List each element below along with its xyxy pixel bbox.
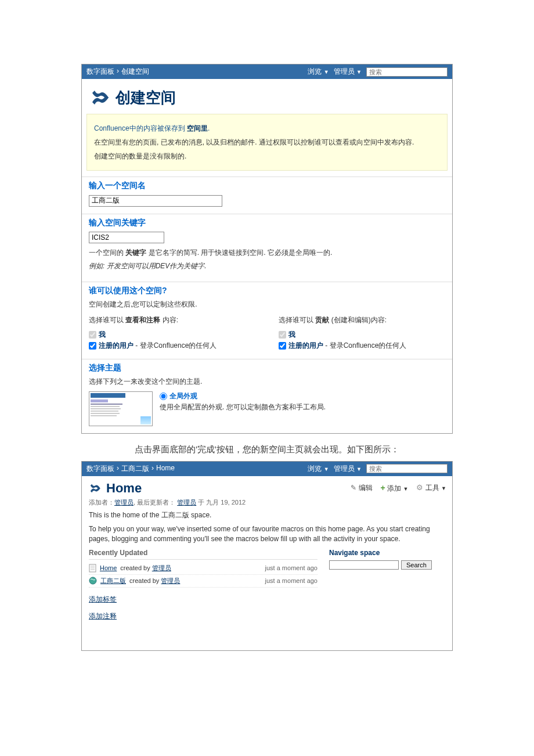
space-icon	[89, 577, 97, 585]
navbar-2: 数字面板 › 工商二版 › Home 浏览 ▼ 管理员 ▼	[82, 462, 452, 476]
chevron-down-icon: ▼	[324, 69, 329, 75]
recent-user-link[interactable]: 管理员	[152, 564, 171, 571]
confluence-logo-icon	[88, 481, 102, 495]
pencil-icon: ✎	[351, 484, 356, 492]
navbar: 数字面板 › 创建空间 浏览 ▼ 管理员 ▼	[82, 64, 452, 79]
page-icon	[89, 564, 96, 573]
crumb-home[interactable]: Home	[156, 464, 175, 474]
macro-help: To help you on your way, we've inserted …	[82, 522, 452, 546]
permissions-section: 谁可以使用这个空间? 空间创建之后,您可以定制这些权限. 选择谁可以 查看和注释…	[82, 282, 452, 359]
theme-global-radio[interactable]	[160, 393, 167, 400]
browse-menu[interactable]: 浏览 ▼	[308, 67, 329, 77]
space-name-input[interactable]	[89, 195, 222, 207]
chevron-down-icon: ▼	[403, 486, 408, 492]
chevron-down-icon: ▼	[356, 466, 362, 472]
page-title: 创建空间	[116, 88, 176, 108]
search-input[interactable]	[366, 464, 448, 473]
edit-button[interactable]: ✎ 编辑	[351, 483, 372, 493]
breadcrumb: 数字面板 › 创建空间	[86, 67, 149, 77]
chevron-down-icon: ▼	[324, 466, 329, 472]
confluence-logo-icon	[88, 86, 111, 109]
intro-box: Confluence中的内容被保存到 空间里. 在空间里有您的页面, 已发布的消…	[86, 114, 448, 171]
view-permissions-col: 选择谁可以 查看和注释 内容: 我 注册的用户 - 登录Confluence的任…	[89, 315, 255, 352]
gear-icon: ⚙	[416, 483, 423, 492]
recently-updated: Recently Updated Home created by 管理员 jus…	[89, 549, 317, 588]
meta-line: 添加者：管理员, 最后更新者： 管理员 于 九月 19, 2012	[82, 497, 452, 508]
crumb-space[interactable]: 工商二版	[121, 464, 149, 474]
space-name-heading: 输入一个空间名	[89, 181, 445, 191]
recent-link[interactable]: Home	[100, 564, 117, 571]
crumb-dashboard[interactable]: 数字面板	[86, 67, 114, 77]
admin-menu[interactable]: 管理员 ▼	[334, 67, 362, 77]
contribute-permissions-col: 选择谁可以 贡献 (创建和编辑)内容: 我 注册的用户 - 登录Confluen…	[279, 315, 445, 352]
contrib-me-checkbox	[279, 331, 286, 339]
space-search-button[interactable]: Search	[401, 560, 432, 570]
crumb-create-space[interactable]: 创建空间	[121, 67, 149, 77]
chevron-down-icon: ▼	[356, 69, 362, 75]
page-header: 创建空间	[82, 79, 452, 111]
tools-menu[interactable]: ⚙ 工具 ▼	[416, 483, 446, 493]
create-space-screenshot: 数字面板 › 创建空间 浏览 ▼ 管理员 ▼ 创建空间 Confluence中的…	[81, 64, 453, 434]
mid-caption: 点击界面底部的'完成'按钮，您的新空间主页就会出现。如下图所示：	[0, 438, 534, 461]
contrib-registered-checkbox[interactable]	[279, 342, 286, 350]
crumb-sep: ›	[117, 67, 119, 77]
search-input[interactable]	[366, 67, 448, 77]
recent-item: 工商二版 created by 管理员 just a moment ago	[89, 575, 317, 588]
home-screenshot: 数字面板 › 工商二版 › Home 浏览 ▼ 管理员 ▼ Home ✎ 编辑 …	[81, 461, 453, 651]
key-hint: 例如: 开发空间可以用DEV作为关键字.	[89, 261, 445, 271]
permissions-heading: 谁可以使用这个空间?	[89, 286, 445, 296]
page-title: Home	[106, 481, 142, 496]
chevron-down-icon: ▼	[441, 485, 446, 491]
breadcrumb-2: 数字面板 › 工商二版 › Home	[86, 464, 175, 474]
admin-menu[interactable]: 管理员 ▼	[334, 464, 362, 474]
space-search-input[interactable]	[329, 560, 399, 570]
editor-link[interactable]: 管理员	[177, 499, 196, 506]
space-key-input[interactable]	[89, 232, 164, 243]
view-me-checkbox	[89, 331, 96, 339]
view-registered-checkbox[interactable]	[89, 342, 96, 350]
recent-item: Home created by 管理员 just a moment ago	[89, 562, 317, 575]
theme-heading: 选择主题	[89, 363, 445, 373]
recent-user-link[interactable]: 管理员	[161, 577, 180, 584]
add-label-link[interactable]: 添加标签	[89, 595, 445, 604]
recent-link[interactable]: 工商二版	[100, 577, 126, 585]
author-link[interactable]: 管理员	[114, 499, 134, 506]
theme-thumbnail	[89, 391, 153, 426]
svg-point-4	[89, 577, 96, 584]
space-key-section: 输入空间关键字 一个空间的 关键字 是它名字的简写. 用于快速链接到空间. 它必…	[82, 214, 452, 282]
navigate-space: Navigate space Search	[329, 549, 445, 588]
space-intro: This is the home of the 工商二版 space.	[82, 508, 452, 523]
browse-menu[interactable]: 浏览 ▼	[308, 464, 329, 474]
theme-section: 选择主题 选择下列之一来改变这个空间的主题. 全局外观 使用全局配置的外观. 您…	[82, 359, 452, 433]
add-menu[interactable]: + 添加 ▼	[381, 483, 409, 494]
add-comment-link[interactable]: 添加注释	[89, 611, 445, 621]
space-key-heading: 输入空间关键字	[89, 218, 445, 228]
space-name-section: 输入一个空间名	[82, 177, 452, 214]
crumb-dashboard[interactable]: 数字面板	[86, 464, 114, 474]
plus-icon: +	[381, 483, 385, 492]
page-header-2: Home	[88, 481, 142, 496]
